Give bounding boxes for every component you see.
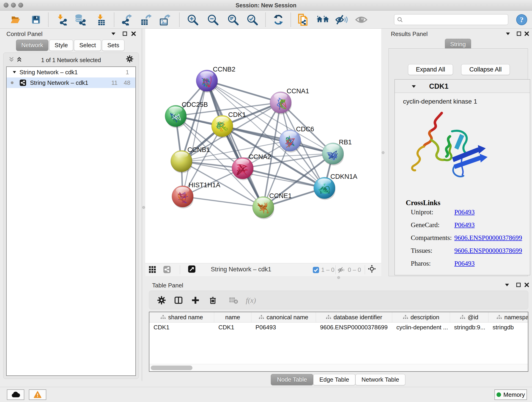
network-node-CCNB1[interactable]: CCNB1 <box>171 146 210 173</box>
column-header-description[interactable]: description <box>392 312 450 322</box>
table-header-row: shared namenamecanonical namedatabase id… <box>149 312 528 322</box>
network-node-CDKN1A[interactable]: CDKN1A <box>314 173 357 200</box>
splitter-handle-icon[interactable] <box>382 151 385 154</box>
network-row[interactable]: String Network – cdk1 11 48 <box>7 77 135 88</box>
import-network-icon[interactable] <box>56 13 69 27</box>
show-all-networks-icon[interactable] <box>316 13 329 27</box>
network-node-CCNA1[interactable]: CCNA1 <box>270 87 309 114</box>
table-cell[interactable]: 9606.ENSP00000378699 <box>316 322 392 332</box>
crosslink-link[interactable]: P06493 <box>454 208 475 216</box>
table-cell[interactable]: stringdb <box>488 322 528 332</box>
panel-menu-icon[interactable] <box>109 30 117 38</box>
show-columns-icon[interactable] <box>172 295 184 306</box>
new-table-icon[interactable] <box>139 13 152 27</box>
tab-select[interactable]: Select <box>74 40 101 51</box>
network-node-RB1[interactable]: RB1 <box>322 138 352 166</box>
add-column-icon[interactable] <box>190 295 201 306</box>
scrollbar-thumb[interactable] <box>151 366 192 370</box>
collapse-all-button[interactable]: Collapse All <box>461 64 510 75</box>
search-bar[interactable] <box>394 14 508 25</box>
node-label: RB1 <box>339 138 352 146</box>
node-section-header[interactable]: CDK1 <box>395 80 530 93</box>
import-table-icon[interactable] <box>95 13 108 27</box>
section-collapse-icon[interactable] <box>411 85 416 88</box>
warnings-button[interactable] <box>29 389 46 400</box>
tab-network-table[interactable]: Network Table <box>355 374 405 385</box>
zoom-fit-icon[interactable] <box>226 13 240 27</box>
hide-selected-icon[interactable] <box>335 13 348 27</box>
toolbar-separator <box>265 13 266 27</box>
protein-structure-image <box>405 109 492 187</box>
float-panel-icon[interactable] <box>515 281 522 289</box>
node-label: CCNB1 <box>187 146 210 153</box>
tab-style[interactable]: Style <box>49 40 73 51</box>
crosslink-link[interactable]: 9606.ENSP00000378699 <box>454 247 522 254</box>
memory-button[interactable]: Memory <box>494 389 527 400</box>
crosslink-link[interactable]: P06493 <box>454 260 475 267</box>
crosslink-link[interactable]: P06493 <box>454 221 475 229</box>
node-table[interactable]: shared namenamecanonical namedatabase id… <box>149 312 528 372</box>
delete-column-icon[interactable] <box>207 295 219 306</box>
close-panel-icon[interactable] <box>523 30 531 38</box>
tab-network[interactable]: Network <box>16 40 48 51</box>
zoom-in-icon[interactable] <box>186 13 199 27</box>
column-header-canonical-name[interactable]: canonical name <box>251 312 316 322</box>
left-splitter[interactable] <box>142 29 145 381</box>
column-header-database-identifier[interactable]: database identifier <box>316 312 392 322</box>
table-cell[interactable]: stringdb:9... <box>450 322 488 332</box>
open-file-icon[interactable] <box>9 13 22 27</box>
network-collection-row[interactable]: String Network – cdk1 1 <box>7 67 135 77</box>
import-network-from-database-icon[interactable] <box>74 13 87 27</box>
column-header-namespace[interactable]: namespace <box>488 312 528 322</box>
export-image-icon[interactable] <box>158 13 171 27</box>
tab-sets[interactable]: Sets <box>102 40 124 51</box>
column-header-name[interactable]: name <box>214 312 251 322</box>
column-header-shared-name[interactable]: shared name <box>149 312 214 322</box>
network-options-gear-icon[interactable] <box>126 55 133 63</box>
fit-content-crosshair-icon[interactable] <box>368 265 376 273</box>
panel-menu-icon[interactable] <box>504 30 512 38</box>
string-network-graph[interactable]: CCNB2CCNA1CDC25BCDK1CDC6RB1CCNB1CCNA2CDK… <box>145 29 381 263</box>
network-node-HIST1H1A[interactable]: HIST1H1A <box>172 181 220 208</box>
table-horizontal-scrollbar[interactable] <box>149 364 528 371</box>
collection-name: String Network – cdk1 <box>19 69 78 76</box>
collection-expand-icon[interactable] <box>13 71 16 74</box>
network-canvas[interactable]: CCNB2CCNA1CDC25BCDK1CDC6RB1CCNB1CCNA2CDK… <box>145 29 381 263</box>
network-node-CCNB2[interactable]: CCNB2 <box>196 65 235 93</box>
close-panel-icon[interactable] <box>523 281 531 289</box>
clone-network-icon[interactable] <box>297 13 310 27</box>
float-panel-icon[interactable] <box>121 30 129 38</box>
cloud-status-button[interactable] <box>7 389 24 400</box>
tab-edge-table[interactable]: Edge Table <box>313 374 355 385</box>
help-icon[interactable]: ? <box>515 13 528 27</box>
panel-menu-icon[interactable] <box>503 281 511 289</box>
crosslink-link[interactable]: 9606.ENSP00000378699 <box>454 234 522 241</box>
table-options-gear-icon[interactable] <box>156 295 167 306</box>
save-session-icon[interactable] <box>29 13 43 27</box>
birds-eye-view-icon[interactable] <box>188 265 196 273</box>
show-selected-icon[interactable] <box>355 13 368 27</box>
splitter-handle-icon[interactable] <box>337 276 340 279</box>
close-panel-icon[interactable] <box>130 30 138 38</box>
table-cell[interactable]: cyclin-dependent ... <box>392 322 450 332</box>
new-network-icon[interactable] <box>120 13 133 27</box>
table-cell[interactable]: P06493 <box>251 322 316 332</box>
zoom-out-icon[interactable] <box>206 13 220 27</box>
expand-all-button[interactable]: Expand All <box>408 64 453 75</box>
network-node-CDK1[interactable]: CDK1 <box>211 111 246 138</box>
grid-view-icon[interactable] <box>148 266 156 274</box>
right-splitter[interactable] <box>381 29 385 279</box>
column-header-@id[interactable]: @id <box>450 312 488 322</box>
selected-checkbox-icon[interactable] <box>312 266 320 274</box>
table-row[interactable]: CDK1CDK1P064939606.ENSP00000378699cyclin… <box>149 322 528 332</box>
table-cell[interactable]: CDK1 <box>149 322 214 332</box>
splitter-handle-icon[interactable] <box>142 206 145 209</box>
float-panel-icon[interactable] <box>515 30 523 38</box>
search-input[interactable] <box>405 16 505 23</box>
crosslink-label: Pharos: <box>411 260 454 267</box>
refresh-icon[interactable] <box>272 13 285 27</box>
zoom-selected-icon[interactable] <box>246 13 259 27</box>
tab-node-table[interactable]: Node Table <box>271 374 313 385</box>
network-view-type-icon[interactable] <box>163 266 171 274</box>
table-cell[interactable]: CDK1 <box>214 322 251 332</box>
